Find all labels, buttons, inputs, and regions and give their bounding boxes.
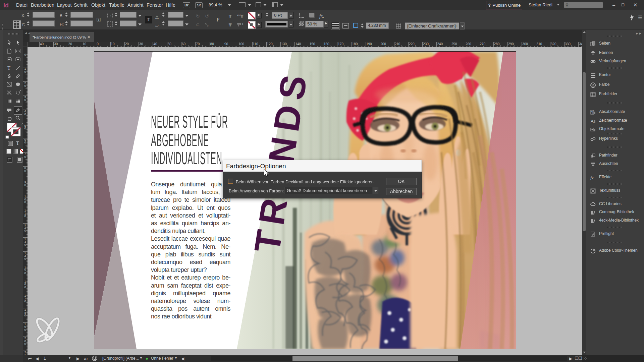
svg-text:T: T [7, 65, 10, 71]
svg-text:A: A [591, 119, 594, 124]
svg-text:fx: fx [590, 175, 594, 180]
svg-text:¶: ¶ [591, 111, 593, 114]
